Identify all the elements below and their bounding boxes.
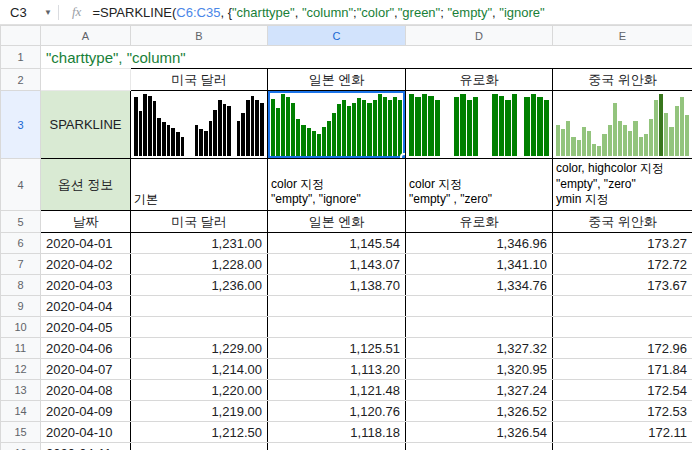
- date-cell[interactable]: 2020-04-03: [41, 275, 131, 296]
- row-header-1[interactable]: 1: [1, 46, 41, 69]
- value-cell[interactable]: 1,118.18: [268, 422, 406, 443]
- value-cell[interactable]: 1,229.00: [131, 338, 268, 359]
- row-header-2[interactable]: 2: [1, 69, 41, 91]
- row-header[interactable]: 7: [1, 254, 41, 275]
- row-header[interactable]: 13: [1, 380, 41, 401]
- value-cell[interactable]: 173.67: [553, 275, 692, 296]
- value-cell[interactable]: [553, 296, 692, 317]
- value-cell[interactable]: [553, 443, 692, 450]
- date-cell[interactable]: 2020-04-11: [41, 443, 131, 450]
- options-label-cell[interactable]: 옵션 정보: [41, 159, 131, 211]
- column-header-d[interactable]: D: [406, 26, 553, 46]
- date-cell[interactable]: 2020-04-07: [41, 359, 131, 380]
- column-header-b[interactable]: B: [131, 26, 268, 46]
- value-cell[interactable]: 172.72: [553, 254, 692, 275]
- value-cell[interactable]: 172.54: [553, 380, 692, 401]
- row-header[interactable]: 14: [1, 401, 41, 422]
- table-header-jpy[interactable]: 일본 엔화: [268, 211, 406, 233]
- value-cell[interactable]: 173.27: [553, 233, 692, 254]
- sparkline-cell-jpy-selected[interactable]: [268, 91, 406, 159]
- value-cell[interactable]: 1,228.00: [131, 254, 268, 275]
- date-cell[interactable]: 2020-04-05: [41, 317, 131, 338]
- formula-input[interactable]: =SPARKLINE(C6:C35, {"charttype", "column…: [92, 5, 692, 20]
- row-header[interactable]: 15: [1, 422, 41, 443]
- row-header[interactable]: 11: [1, 338, 41, 359]
- table-header-usd[interactable]: 미국 달러: [131, 211, 268, 233]
- value-cell[interactable]: 1,327.24: [406, 380, 553, 401]
- value-cell[interactable]: 1,326.52: [406, 401, 553, 422]
- column-header-e[interactable]: E: [553, 26, 692, 46]
- value-cell[interactable]: 1,327.32: [406, 338, 553, 359]
- cell-a1-formula-echo[interactable]: "charttype", "column": [41, 46, 692, 69]
- value-cell[interactable]: [553, 317, 692, 338]
- date-cell[interactable]: 2020-04-08: [41, 380, 131, 401]
- date-cell[interactable]: 2020-04-01: [41, 233, 131, 254]
- value-cell[interactable]: [406, 317, 553, 338]
- value-cell[interactable]: 1,320.95: [406, 359, 553, 380]
- column-header-a[interactable]: A: [41, 26, 131, 46]
- table-header-eur[interactable]: 유로화: [406, 211, 553, 233]
- row-header[interactable]: 10: [1, 317, 41, 338]
- date-cell[interactable]: 2020-04-09: [41, 401, 131, 422]
- value-cell[interactable]: [131, 317, 268, 338]
- option-cell-usd[interactable]: 기본: [131, 159, 268, 211]
- value-cell[interactable]: 1,143.07: [268, 254, 406, 275]
- date-cell[interactable]: 2020-04-02: [41, 254, 131, 275]
- value-cell[interactable]: 1,220.00: [131, 380, 268, 401]
- value-cell[interactable]: 1,138.70: [268, 275, 406, 296]
- row-header[interactable]: 6: [1, 233, 41, 254]
- sparkline-cell-usd[interactable]: [131, 91, 268, 159]
- currency-header-cny[interactable]: 중국 위안화: [553, 69, 692, 91]
- option-cell-eur[interactable]: color 지정 "empty" , "zero": [406, 159, 553, 211]
- value-cell[interactable]: 1,334.76: [406, 275, 553, 296]
- value-cell[interactable]: 1,125.51: [268, 338, 406, 359]
- value-cell[interactable]: [131, 443, 268, 450]
- sparkline-cell-eur[interactable]: [406, 91, 553, 159]
- column-header-c[interactable]: C: [268, 26, 406, 46]
- row-header[interactable]: 16: [1, 443, 41, 450]
- date-cell[interactable]: 2020-04-04: [41, 296, 131, 317]
- value-cell[interactable]: [268, 443, 406, 450]
- sparkline-cell-cny[interactable]: [553, 91, 692, 159]
- currency-header-usd[interactable]: 미국 달러: [131, 69, 268, 91]
- table-header-date[interactable]: 날짜: [41, 211, 131, 233]
- value-cell[interactable]: 1,120.76: [268, 401, 406, 422]
- sparkline-label-cell[interactable]: SPARKLINE: [41, 91, 131, 159]
- currency-header-eur[interactable]: 유로화: [406, 69, 553, 91]
- value-cell[interactable]: [268, 296, 406, 317]
- option-cell-cny[interactable]: color, highcolor 지정 "empty", "zero" ymin…: [553, 159, 692, 211]
- row-header-3[interactable]: 3: [1, 91, 41, 159]
- value-cell[interactable]: 1,219.00: [131, 401, 268, 422]
- value-cell[interactable]: 1,113.20: [268, 359, 406, 380]
- value-cell[interactable]: [268, 317, 406, 338]
- value-cell[interactable]: [406, 443, 553, 450]
- value-cell[interactable]: [131, 296, 268, 317]
- value-cell[interactable]: 172.53: [553, 401, 692, 422]
- value-cell[interactable]: 1,231.00: [131, 233, 268, 254]
- value-cell[interactable]: 1,121.48: [268, 380, 406, 401]
- row-header-4[interactable]: 4: [1, 159, 41, 211]
- value-cell[interactable]: 172.11: [553, 422, 692, 443]
- row-header[interactable]: 12: [1, 359, 41, 380]
- date-cell[interactable]: 2020-04-10: [41, 422, 131, 443]
- value-cell[interactable]: 1,236.00: [131, 275, 268, 296]
- row-header-5[interactable]: 5: [1, 211, 41, 233]
- value-cell[interactable]: 1,346.96: [406, 233, 553, 254]
- option-cell-jpy[interactable]: color 지정 "empty", "ignore": [268, 159, 406, 211]
- chevron-down-icon[interactable]: ▼: [44, 8, 52, 17]
- value-cell[interactable]: 171.84: [553, 359, 692, 380]
- value-cell[interactable]: [406, 296, 553, 317]
- date-cell[interactable]: 2020-04-06: [41, 338, 131, 359]
- value-cell[interactable]: 1,214.00: [131, 359, 268, 380]
- value-cell[interactable]: 1,212.50: [131, 422, 268, 443]
- table-header-cny[interactable]: 중국 위안화: [553, 211, 692, 233]
- value-cell[interactable]: 1,326.54: [406, 422, 553, 443]
- cell-a2[interactable]: [41, 69, 131, 91]
- row-header[interactable]: 8: [1, 275, 41, 296]
- select-all-corner[interactable]: [1, 26, 41, 46]
- name-box[interactable]: C3 ▼: [0, 0, 58, 24]
- value-cell[interactable]: 1,341.10: [406, 254, 553, 275]
- value-cell[interactable]: 172.96: [553, 338, 692, 359]
- row-header[interactable]: 9: [1, 296, 41, 317]
- currency-header-jpy[interactable]: 일본 엔화: [268, 69, 406, 91]
